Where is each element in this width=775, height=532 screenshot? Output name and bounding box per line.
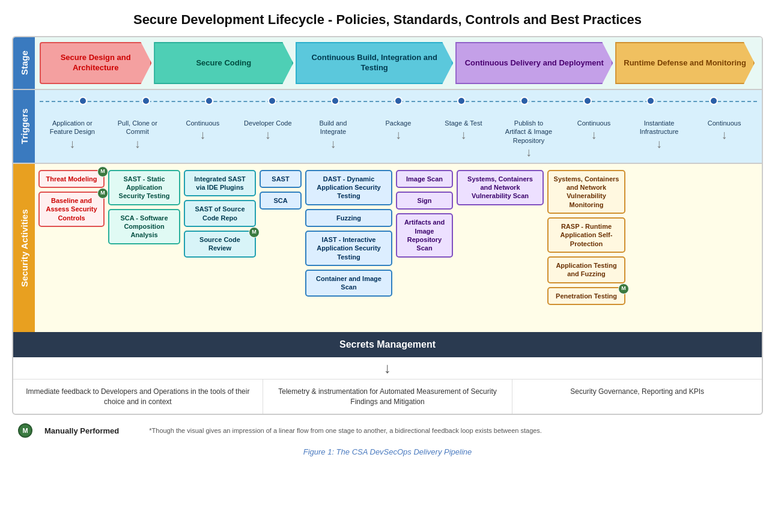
activity-image-scan: Image Scan	[396, 170, 453, 188]
legend-note: *Though the visual gives an impression o…	[149, 427, 757, 434]
activity-container-scan: Container and Image Scan	[305, 270, 392, 297]
trigger-dot-9	[583, 97, 592, 105]
m-badge-baseline: M	[97, 188, 108, 199]
info-cell-2: Telemetry & instrumentation for Automate…	[263, 379, 513, 414]
trigger-dot-8	[520, 97, 529, 105]
trigger-label-7: Stage & Test ↓	[439, 119, 487, 158]
stage-cell-4: Continuous Delivery and Deployment	[455, 42, 613, 84]
activity-sca-build: SCA	[260, 192, 302, 210]
activity-sca: SCA - Software Composition Analysis	[108, 209, 180, 244]
secrets-arrow: ↓	[13, 357, 762, 379]
trigger-dot-1	[79, 97, 87, 105]
m-badge-pentest: M	[618, 283, 629, 294]
legend-label: Manually Performed	[44, 426, 119, 435]
activity-source-code-review: Source Code Review M	[184, 231, 256, 258]
stage-row-label: Stage	[13, 37, 35, 89]
m-badge-scr: M	[249, 227, 260, 238]
activity-systems-monitoring: Systems, Containers and Network Vulnerab…	[547, 170, 625, 214]
trigger-label-6: Package ↓	[374, 119, 422, 158]
info-cell-3: Security Governance, Reporting and KPIs	[512, 379, 762, 414]
activity-rasp: RASP - Runtime Application Self-Protecti…	[547, 217, 625, 253]
trigger-labels: Application or Feature Design ↓ Pull, Cl…	[40, 118, 757, 158]
trigger-dot-5	[331, 97, 339, 105]
activities-row-label: Security Activities	[13, 164, 35, 332]
activity-sast-static: SAST - Static Application Security Testi…	[108, 170, 180, 205]
trigger-dot-4	[268, 97, 276, 105]
info-row: Immediate feedback to Developers and Ope…	[13, 379, 762, 414]
activity-col-2: SAST - Static Application Security Testi…	[108, 170, 180, 244]
activity-col-7: Image Scan Sign Artifacts and Image Repo…	[396, 170, 453, 258]
activity-threat-modeling: Threat Modeling M	[38, 170, 105, 188]
secrets-management-bar: Secrets Management	[13, 332, 762, 357]
activity-sast-build: SAST	[260, 170, 302, 188]
trigger-label-5: Build and Integrate ↓	[309, 119, 357, 158]
activity-col-6: DAST - Dynamic Application Security Test…	[305, 170, 392, 297]
triggers-content: Application or Feature Design ↓ Pull, Cl…	[35, 90, 762, 163]
activity-dast: DAST - Dynamic Application Security Test…	[305, 170, 392, 205]
activity-col-4: SAST SCA	[260, 170, 302, 210]
legend-m-icon: M	[18, 423, 32, 438]
stage-cell-5: Runtime Defense and Monitoring	[615, 42, 755, 84]
activity-artifacts-scan: Artifacts and Image Repository Scan	[396, 213, 453, 257]
activity-col-8: Systems, Containers and Network Vulnerab…	[457, 170, 544, 205]
info-cell-1: Immediate feedback to Developers and Ope…	[13, 379, 263, 414]
trigger-dot-7	[457, 97, 466, 105]
activity-iast: IAST - Interactive Application Security …	[305, 231, 392, 266]
diagram: Stage Secure Design and Architecture Sec…	[12, 36, 763, 415]
activity-sast-source-repo: SAST of Source Code Repo	[184, 200, 256, 227]
activity-sign: Sign	[396, 192, 453, 210]
stage-cells: Secure Design and Architecture Secure Co…	[35, 37, 762, 89]
trigger-label-3: Continuous ↓	[178, 119, 226, 158]
trigger-dot-10	[646, 97, 655, 105]
stage-cell-1: Secure Design and Architecture	[40, 42, 151, 84]
trigger-label-11: Continuous ↓	[701, 119, 749, 158]
trigger-label-2: Pull, Clone or Commit ↓	[114, 119, 162, 158]
activities-row: Security Activities Threat Modeling M Ba…	[13, 164, 762, 332]
trigger-dots-row	[40, 97, 757, 105]
activity-col-1: Threat Modeling M Baseline and Assess Se…	[38, 170, 105, 227]
activity-col-3: Integrated SAST via IDE Plugins SAST of …	[184, 170, 256, 258]
trigger-label-10: Instantiate Infrastructure ↓	[635, 119, 683, 158]
stage-cell-3: Continuous Build, Integration and Testin…	[296, 42, 453, 84]
trigger-dot-2	[142, 97, 150, 105]
activity-fuzzing: Fuzzing	[305, 209, 392, 227]
activity-integrated-sast: Integrated SAST via IDE Plugins	[184, 170, 256, 197]
activity-col-9: Systems, Containers and Network Vulnerab…	[547, 170, 625, 305]
legend-row: M Manually Performed *Though the visual …	[12, 415, 763, 443]
activity-systems-vuln-scan: Systems, Containers and Network Vulnerab…	[457, 170, 544, 205]
activity-baseline-assess: Baseline and Assess Security Controls M	[38, 192, 105, 227]
trigger-dot-3	[205, 97, 213, 105]
page-title: Secure Development Lifecycle - Policies,…	[12, 12, 763, 28]
activity-app-testing-fuzzing: Application Testing and Fuzzing	[547, 256, 625, 283]
stage-cell-2: Secure Coding	[154, 42, 293, 84]
trigger-label-9: Continuous ↓	[570, 119, 618, 158]
activity-pentest: Penetration Testing M	[547, 287, 625, 305]
m-badge-threat-modeling: M	[97, 166, 108, 177]
stage-row: Stage Secure Design and Architecture Sec…	[13, 37, 762, 90]
figure-caption: Figure 1: The CSA DevSecOps Delivery Pip…	[12, 443, 763, 460]
trigger-dot-6	[394, 97, 403, 105]
trigger-label-1: Application or Feature Design ↓	[48, 119, 96, 158]
triggers-row: Triggers	[13, 90, 762, 164]
triggers-row-label: Triggers	[13, 90, 35, 163]
trigger-label-8: Publish to Artifact & Image Repository ↓	[505, 119, 553, 158]
trigger-label-4: Developer Code ↓	[244, 119, 292, 158]
trigger-dot-11	[710, 97, 718, 105]
